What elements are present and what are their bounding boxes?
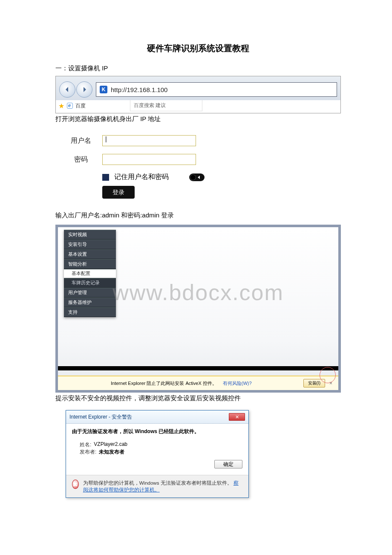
password-input[interactable] <box>102 154 196 165</box>
sidebar-item-6[interactable]: 用户管理 <box>64 288 116 298</box>
browser-chrome: K http://192.168.1.100 ★ 百度 百度搜索 建议 <box>55 76 341 113</box>
sidebar-item-0[interactable]: 实时视频 <box>64 230 116 240</box>
dialog-name-label: 姓名: <box>80 441 91 448</box>
dialog-publisher-label: 发布者: <box>80 448 96 456</box>
ie-security-dialog: Internet Explorer - 安全警告 ✕ 由于无法验证发布者，所以 … <box>66 410 249 498</box>
login-form: 用户名 | 密码 记住用户名和密码 登录 <box>60 135 230 199</box>
shield-error-icon: ✖ <box>72 480 79 489</box>
favorite-site-label[interactable]: 百度 <box>75 102 86 110</box>
sidebar-item-3[interactable]: 智能分析 <box>64 259 116 269</box>
activex-message: Internet Explorer 阻止了此网站安装 ActiveX 控件。 <box>111 380 217 387</box>
page-title: 硬件车牌识别系统设置教程 <box>55 43 341 54</box>
forward-button[interactable] <box>76 81 92 98</box>
username-input[interactable]: | <box>102 135 196 146</box>
sidebar-item-8[interactable]: 支持 <box>64 307 116 317</box>
sidebar-item-2[interactable]: 基本设置 <box>64 249 116 259</box>
username-label: 用户名 <box>60 136 102 145</box>
dialog-footer-text: 为帮助保护您的计算机，Windows 无法验证发布者时将阻止软件。 察阅这将如何… <box>83 480 242 493</box>
panel-separator <box>58 366 338 370</box>
activex-infobar: Internet Explorer 阻止了此网站安装 ActiveX 控件。 有… <box>58 376 338 390</box>
address-text: http://192.168.1.100 <box>111 86 167 93</box>
remember-checkbox[interactable] <box>102 174 109 181</box>
caption-login: 输入出厂用户名:admin 和密码:admin 登录 <box>55 211 341 220</box>
sidebar-item-5[interactable]: 车牌历史记录 <box>64 278 116 288</box>
address-bar[interactable]: K http://192.168.1.100 <box>96 82 337 97</box>
ie-page-icon <box>67 103 73 109</box>
dialog-ok-button[interactable]: 确定 <box>214 460 242 468</box>
login-button[interactable]: 登录 <box>102 186 135 199</box>
dialog-publisher-value: 未知发布者 <box>99 448 124 456</box>
caption-activex: 提示安装不安全的视频控件，调整浏览器安全设置后安装视频控件 <box>55 394 341 402</box>
activex-risk-link[interactable]: 有何风险(W)? <box>223 380 252 387</box>
section-1-heading: 一：设置摄像机 IP <box>55 64 341 72</box>
search-suggestion-box[interactable]: 百度搜索 建议 <box>130 100 202 111</box>
remember-label: 记住用户名和密码 <box>114 173 169 182</box>
sidebar-item-4[interactable]: 基本配置 <box>64 269 116 278</box>
watermark-text: www.bdocx.com <box>112 280 284 305</box>
activex-close-button[interactable]: × <box>328 380 334 386</box>
activex-install-button[interactable]: 安装(I) <box>303 379 325 387</box>
password-label: 密码 <box>60 155 102 164</box>
sidebar-menu: 实时视频安装引导基本设置智能分析基本配置车牌历史记录用户管理服务器维护支持 <box>64 230 116 317</box>
caption-open-browser: 打开浏览器输摄像机机身出厂 IP 地址 <box>55 115 341 123</box>
toggle-switch[interactable] <box>189 173 205 181</box>
site-favicon: K <box>100 86 107 93</box>
camera-admin-panel: 实时视频安装引导基本设置智能分析基本配置车牌历史记录用户管理服务器维护支持 ww… <box>55 225 341 393</box>
dialog-close-button[interactable]: ✕ <box>229 413 245 421</box>
dialog-title: Internet Explorer - 安全警告 <box>69 413 132 421</box>
back-button[interactable] <box>59 81 75 98</box>
dialog-headline: 由于无法验证发布者，所以 Windows 已经阻止此软件。 <box>72 428 242 435</box>
sidebar-item-7[interactable]: 服务器维护 <box>64 298 116 307</box>
dialog-name-value: VZPlayer2.cab <box>94 441 127 448</box>
favorites-star-icon[interactable]: ★ <box>58 102 64 110</box>
sidebar-item-1[interactable]: 安装引导 <box>64 240 116 249</box>
